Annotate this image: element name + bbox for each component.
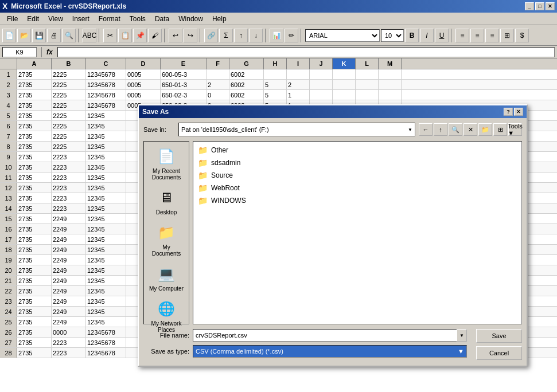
list-item[interactable]: 📁Source	[196, 169, 519, 182]
col-header-l[interactable]: L	[356, 58, 379, 69]
save-in-combo[interactable]: Pat on 'dell1950\sds_client' (F:) ▼	[178, 123, 415, 136]
cell-b18[interactable]: 2249	[52, 245, 86, 255]
cell-c27[interactable]: 12345678	[86, 338, 126, 348]
sidebar-item-mycomputer[interactable]: My Computer	[146, 261, 186, 294]
cell-b26[interactable]: 0000	[52, 327, 86, 338]
sort-asc-button[interactable]: ↑	[234, 29, 248, 42]
cell-c15[interactable]: 12345	[86, 214, 126, 224]
save-dialog-button[interactable]: Save	[476, 329, 522, 343]
cell-a5[interactable]: 2735	[17, 111, 52, 121]
cell-i2[interactable]: 2	[287, 80, 310, 90]
cell-c6[interactable]: 12345	[86, 121, 126, 131]
cell-b10[interactable]: 2223	[52, 162, 86, 173]
align-left-button[interactable]: ≡	[455, 29, 469, 42]
dialog-new-folder-button[interactable]: 📁	[478, 123, 492, 136]
col-header-c[interactable]: C	[86, 58, 126, 69]
cell-d3[interactable]: 0005	[126, 90, 161, 100]
cell-l1[interactable]	[356, 69, 379, 80]
cell-b16[interactable]: 2249	[52, 224, 86, 234]
col-header-k[interactable]: K	[333, 58, 356, 69]
cell-b8[interactable]: 2225	[52, 142, 86, 152]
cell-k1[interactable]	[333, 69, 356, 80]
redo-button[interactable]: ↪	[184, 29, 197, 42]
cell-a3[interactable]: 2735	[17, 90, 52, 100]
spell-check-button[interactable]: ABC	[83, 29, 96, 42]
cell-m1[interactable]	[379, 69, 402, 80]
cut-button[interactable]: ✂	[103, 29, 117, 42]
cell-b20[interactable]: 2249	[52, 265, 86, 276]
cell-a9[interactable]: 2735	[17, 152, 52, 162]
cell-b3[interactable]: 2225	[52, 90, 86, 100]
cell-c21[interactable]: 12345	[86, 276, 126, 286]
cell-c26[interactable]: 12345678	[86, 327, 126, 338]
save-button[interactable]: 💾	[32, 29, 46, 42]
col-header-f[interactable]: F	[207, 58, 229, 69]
cell-c19[interactable]: 12345	[86, 255, 126, 265]
menu-insert[interactable]: Insert	[68, 14, 94, 24]
dialog-up-button[interactable]: ↑	[434, 123, 447, 136]
menu-help[interactable]: Help	[208, 14, 231, 24]
cell-a14[interactable]: 2735	[17, 203, 52, 214]
cell-a6[interactable]: 2735	[17, 121, 52, 131]
cell-j2[interactable]	[310, 80, 333, 90]
cell-c14[interactable]: 12345	[86, 203, 126, 214]
autosum-button[interactable]: Σ	[219, 29, 233, 42]
cell-c17[interactable]: 12345	[86, 234, 126, 245]
cell-b1[interactable]: 2225	[52, 69, 86, 80]
print-preview-button[interactable]: 🔍	[62, 29, 76, 42]
col-header-a[interactable]: A	[17, 58, 52, 69]
cell-l2[interactable]	[356, 80, 379, 90]
cell-c24[interactable]: 12345	[86, 307, 126, 317]
cell-a11[interactable]: 2735	[17, 173, 52, 183]
cell-c7[interactable]: 12345	[86, 131, 126, 142]
dialog-search-button[interactable]: 🔍	[449, 123, 462, 136]
bold-button[interactable]: B	[405, 29, 419, 42]
cell-j3[interactable]	[310, 90, 333, 100]
cell-b23[interactable]: 2249	[52, 296, 86, 307]
dialog-back-button[interactable]: ←	[419, 123, 433, 136]
cell-e1[interactable]: 600-05-3	[161, 69, 207, 80]
cell-e2[interactable]: 650-01-3	[161, 80, 207, 90]
cell-b14[interactable]: 2223	[52, 203, 86, 214]
cell-b6[interactable]: 2225	[52, 121, 86, 131]
cell-a22[interactable]: 2735	[17, 286, 52, 296]
col-header-d[interactable]: D	[126, 58, 161, 69]
cell-c9[interactable]: 12345	[86, 152, 126, 162]
cell-c10[interactable]: 12345	[86, 162, 126, 173]
cell-a21[interactable]: 2735	[17, 276, 52, 286]
cell-a27[interactable]: 2735	[17, 338, 52, 348]
cell-c4[interactable]: 12345678	[86, 100, 126, 111]
cell-g2[interactable]: 6002	[229, 80, 264, 90]
cell-b25[interactable]: 2249	[52, 317, 86, 327]
cell-m3[interactable]	[379, 90, 402, 100]
col-header-m[interactable]: M	[379, 58, 402, 69]
cell-k2[interactable]	[333, 80, 356, 90]
cell-b17[interactable]: 2249	[52, 234, 86, 245]
save-as-type-select[interactable]: CSV (Comma delimited) (*.csv) ▼	[193, 345, 467, 358]
cell-c5[interactable]: 12345	[86, 111, 126, 121]
menu-edit[interactable]: Edit	[22, 14, 44, 24]
cancel-dialog-button[interactable]: Cancel	[476, 346, 522, 360]
cell-a10[interactable]: 2735	[17, 162, 52, 173]
cell-b24[interactable]: 2249	[52, 307, 86, 317]
cell-l3[interactable]	[356, 90, 379, 100]
format-painter-button[interactable]: 🖌	[148, 29, 162, 42]
cell-b2[interactable]: 2225	[52, 80, 86, 90]
cell-b27[interactable]: 2223	[52, 338, 86, 348]
cell-f3[interactable]: 0	[207, 90, 229, 100]
cell-h1[interactable]	[264, 69, 287, 80]
cell-b13[interactable]: 2223	[52, 193, 86, 203]
cell-i1[interactable]	[287, 69, 310, 80]
underline-button[interactable]: U	[435, 29, 449, 42]
cell-c12[interactable]: 12345	[86, 183, 126, 193]
col-header-e[interactable]: E	[161, 58, 207, 69]
cell-g1[interactable]: 6002	[229, 69, 264, 80]
close-button[interactable]: ✕	[546, 2, 555, 10]
cell-c16[interactable]: 12345	[86, 224, 126, 234]
file-name-dropdown[interactable]: ▼	[457, 329, 467, 342]
cell-a8[interactable]: 2735	[17, 142, 52, 152]
open-button[interactable]: 📂	[17, 29, 31, 42]
formula-input[interactable]	[57, 47, 555, 57]
cell-c18[interactable]: 12345	[86, 245, 126, 255]
align-center-button[interactable]: ≡	[470, 29, 484, 42]
